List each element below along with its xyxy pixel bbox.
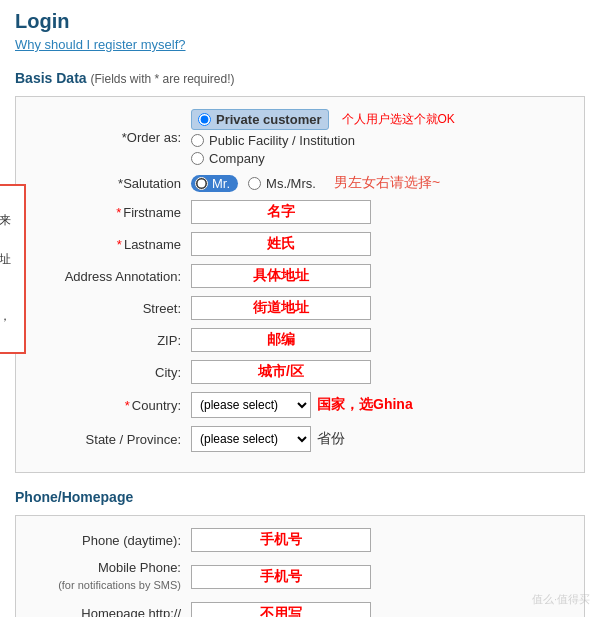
country-controls: (please select) 国家，选Ghina [191, 392, 569, 418]
firstname-label: Firstname [31, 205, 191, 220]
city-label: City: [31, 365, 191, 380]
zip-label: ZIP: [31, 333, 191, 348]
phone-input-wrapper: 手机号 [191, 528, 371, 552]
mobile-row: Mobile Phone: (for notifications by SMS)… [31, 560, 569, 594]
country-note-highlight: Ghina [373, 396, 413, 412]
country-row: Country: (please select) 国家，选Ghina [31, 392, 569, 418]
public-facility-label: Public Facility / Institution [209, 133, 355, 148]
address-annotation-wrapper: 具体地址 [191, 264, 371, 288]
state-note: 省份 [317, 430, 345, 448]
lastname-input-wrapper: 姓氏 [191, 232, 371, 256]
public-facility-radio[interactable] [191, 134, 204, 147]
company-label: Company [209, 151, 265, 166]
phone-section-title: Phone/Homepage [15, 489, 585, 505]
private-customer-label: Private customer [216, 112, 322, 127]
country-note: 国家，选Ghina [317, 396, 413, 414]
lastname-input[interactable] [191, 232, 371, 256]
phone-section: Phone/Homepage Phone (daytime): 手机号 Mobi… [15, 489, 585, 617]
phone-controls: 手机号 [191, 528, 569, 552]
street-input-wrapper: 街道地址 [191, 296, 371, 320]
city-row: City: 城市/区 [31, 360, 569, 384]
salutation-label: *Salutation [31, 176, 191, 191]
private-customer-radio[interactable] [198, 113, 211, 126]
order-as-private-item: Private customer 个人用户选这个就OK [191, 109, 455, 130]
salutation-options: Mr. Ms./Mrs. 男左女右请选择~ [191, 174, 440, 192]
order-as-label: *Order as: [31, 130, 191, 145]
private-customer-option[interactable]: Private customer [191, 109, 329, 130]
homepage-row: Homepage http:// 不用写 [31, 602, 569, 617]
mrs-label: Ms./Mrs. [266, 176, 316, 191]
salutation-row: *Salutation Mr. Ms./Mrs. 男左女右请选择~ [31, 174, 569, 192]
why-register-link[interactable]: Why should I register myself? [15, 37, 585, 52]
basis-section: Basis Data (Fields with * are required!)… [15, 70, 585, 473]
mr-option[interactable]: Mr. [191, 175, 238, 192]
basis-form: *Order as: Private customer 个人用户选这个就OK P… [15, 96, 585, 473]
state-label: State / Province: [31, 432, 191, 447]
mobile-input-wrapper: 手机号 [191, 565, 371, 589]
firstname-input-wrapper: 名字 [191, 200, 371, 224]
mobile-input[interactable] [191, 565, 371, 589]
homepage-controls: 不用写 [191, 602, 569, 617]
country-label: Country: [31, 398, 191, 413]
city-input[interactable] [191, 360, 371, 384]
phone-input[interactable] [191, 528, 371, 552]
state-controls: (please select) 省份 [191, 426, 569, 452]
mrs-option[interactable]: Ms./Mrs. [248, 176, 316, 191]
phone-form: Phone (daytime): 手机号 Mobile Phone: (for … [15, 515, 585, 617]
mobile-label-text: Mobile Phone: [98, 560, 181, 575]
zip-input-wrapper: 邮编 [191, 328, 371, 352]
city-controls: 城市/区 [191, 360, 569, 384]
page-title: Login [15, 10, 585, 33]
order-as-row: *Order as: Private customer 个人用户选这个就OK P… [31, 109, 569, 166]
mobile-controls: 手机号 [191, 565, 569, 589]
state-select[interactable]: (please select) [191, 426, 311, 452]
phone-row: Phone (daytime): 手机号 [31, 528, 569, 552]
order-as-radio-group: Private customer 个人用户选这个就OK Public Facil… [191, 109, 455, 166]
company-radio[interactable] [191, 152, 204, 165]
country-note-prefix: 国家，选 [317, 396, 373, 412]
order-as-controls: Private customer 个人用户选这个就OK Public Facil… [191, 109, 569, 166]
zip-controls: 邮编 [191, 328, 569, 352]
zip-row: ZIP: 邮编 [31, 328, 569, 352]
firstname-row: Firstname 名字 [31, 200, 569, 224]
homepage-label: Homepage http:// [31, 606, 191, 617]
salutation-controls: Mr. Ms./Mrs. 男左女右请选择~ [191, 174, 569, 192]
basis-title-note: (Fields with * are required!) [90, 72, 234, 86]
firstname-controls: 名字 [191, 200, 569, 224]
salutation-annotation: 男左女右请选择~ [334, 174, 440, 192]
state-row: State / Province: (please select) 省份 [31, 426, 569, 452]
order-as-company-item[interactable]: Company [191, 151, 455, 166]
address-annotation-input[interactable] [191, 264, 371, 288]
mr-radio[interactable] [195, 177, 208, 190]
firstname-input[interactable] [191, 200, 371, 224]
lastname-controls: 姓氏 [191, 232, 569, 256]
basis-title-text: Basis Data [15, 70, 87, 86]
basis-section-title: Basis Data (Fields with * are required!) [15, 70, 585, 88]
address-annotation-label: Address Annotation: [31, 269, 191, 284]
homepage-input-wrapper: 不用写 [191, 602, 371, 617]
lastname-row: Lastname 姓氏 [31, 232, 569, 256]
phone-label: Phone (daytime): [31, 533, 191, 548]
city-input-wrapper: 城市/区 [191, 360, 371, 384]
street-controls: 街道地址 [191, 296, 569, 320]
private-annotation: 个人用户选这个就OK [342, 111, 455, 128]
address-annotation-controls: 具体地址 [191, 264, 569, 288]
zip-input[interactable] [191, 328, 371, 352]
order-as-public-item[interactable]: Public Facility / Institution [191, 133, 455, 148]
street-row: Street: 街道地址 [31, 296, 569, 320]
mobile-sublabel: (for notifications by SMS) [58, 579, 181, 591]
mobile-label: Mobile Phone: (for notifications by SMS) [31, 560, 191, 594]
street-input[interactable] [191, 296, 371, 320]
note-box: 鉴于CU的快递单上 不会把手机号码打出来 遵循前辈们的建议 可以把手机号写在地址… [0, 184, 26, 354]
homepage-input[interactable] [191, 602, 371, 617]
country-select[interactable]: (please select) [191, 392, 311, 418]
mr-label: Mr. [212, 176, 230, 191]
lastname-label: Lastname [31, 237, 191, 252]
mrs-radio[interactable] [248, 177, 261, 190]
street-label: Street: [31, 301, 191, 316]
address-annotation-row: 鉴于CU的快递单上 不会把手机号码打出来 遵循前辈们的建议 可以把手机号写在地址… [31, 264, 569, 288]
